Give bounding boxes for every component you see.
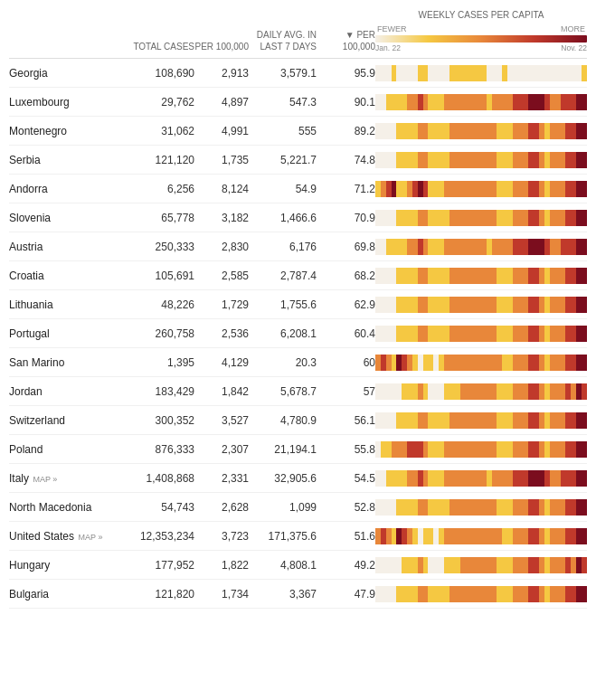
per-100k: 2,913 [194,67,249,80]
table-row: Slovenia65,7783,1821,466.670.9 [9,203,587,232]
country-name: Italy MAP » [9,472,127,485]
per-100k: 2,585 [194,270,249,282]
weekly-chart [375,297,587,313]
table-row: Hungary177,9521,8224,808.149.2 [9,551,587,580]
header-per100k2: ▼ PER 100,000 [317,29,375,52]
heatmap-strip [375,94,587,110]
per-100k-weekly: 60 [317,356,375,369]
header-gradient-bar [375,35,587,43]
country-name: United States MAP » [9,530,127,543]
per-100k-weekly: 47.9 [317,588,375,601]
country-name: Andorra [9,183,127,195]
map-link[interactable]: MAP » [76,533,102,542]
per-100k-weekly: 95.9 [317,67,375,80]
daily-avg: 5,221.7 [249,154,317,166]
heatmap-segment [582,297,587,313]
per-100k-weekly: 71.2 [317,183,375,195]
total-cases: 48,226 [127,298,194,311]
country-name: Austria [9,241,127,253]
weekly-chart [375,528,587,544]
daily-avg: 32,905.6 [249,472,317,485]
country-name: Georgia [9,67,127,80]
weekly-chart [375,152,587,168]
heatmap-strip [375,470,587,487]
heatmap-strip [375,441,587,458]
table-row: Italy MAP »1,408,8682,33132,905.654.5 [9,464,587,493]
heatmap-segment [582,268,587,284]
table-row: North Macedonia54,7432,6281,09952.8 [9,493,587,522]
daily-avg: 4,808.1 [249,559,317,572]
country-name: Hungary [9,559,127,572]
daily-avg: 1,466.6 [249,212,317,224]
heatmap-strip [375,152,587,168]
header-per100k: PER 100,000 [194,41,249,52]
table-row: Bulgaria121,8201,7343,36747.9 [9,580,587,609]
total-cases: 6,256 [127,183,194,195]
country-name: Croatia [9,270,127,282]
table-row: Luxembourg29,7624,897547.390.1 [9,88,587,117]
daily-avg: 3,367 [249,588,317,601]
weekly-chart [375,412,587,429]
weekly-chart [375,65,587,81]
weekly-chart [375,94,587,110]
weekly-chart [375,383,587,400]
country-name: Slovenia [9,212,127,224]
table-row: Austria250,3332,8306,17669.8 [9,232,587,261]
arrow-indicator: ▼ PER [317,29,375,41]
heatmap-segment [582,528,587,544]
per-100k-weekly: 52.8 [317,501,375,514]
heatmap-segment [582,239,587,255]
total-cases: 105,691 [127,270,194,282]
heatmap-strip [375,210,587,226]
table-row: United States MAP »12,353,2343,723171,37… [9,522,587,551]
daily-avg: 171,375.6 [249,530,317,543]
table-row: Lithuania48,2261,7291,755.662.9 [9,290,587,319]
weekly-cases-header: WEEKLY CASES PER CAPITA [375,9,587,21]
per-100k: 2,536 [194,327,249,340]
per-100k-weekly: 70.9 [317,212,375,224]
per-100k-weekly: 51.6 [317,530,375,543]
per-100k-weekly: 55.8 [317,443,375,456]
weekly-chart [375,239,587,255]
table-header: TOTAL CASES PER 100,000 DAILY AVG. IN LA… [9,9,587,59]
per-100k-weekly: 56.1 [317,414,375,427]
country-name: Portugal [9,327,127,340]
heatmap-strip [375,181,587,197]
per-100k-weekly: 57 [317,385,375,398]
map-link[interactable]: MAP » [31,475,57,484]
total-cases: 121,120 [127,154,194,166]
chart-date-range: Jan. 22 Nov. 22 [375,43,587,52]
total-cases: 65,778 [127,212,194,224]
per-100k: 2,628 [194,501,249,514]
country-name: Luxembourg [9,96,127,109]
per-100k: 1,734 [194,588,249,601]
total-cases: 260,758 [127,327,194,340]
per-100k: 1,842 [194,385,249,398]
per-100k-weekly: 74.8 [317,154,375,166]
per-100k: 2,830 [194,241,249,253]
weekly-chart [375,586,587,602]
table-row: Switzerland300,3523,5274,780.956.1 [9,406,587,435]
heatmap-strip [375,586,587,602]
per-100k-weekly: 69.8 [317,241,375,253]
heatmap-segment [582,181,587,197]
daily-avg: 6,176 [249,241,317,253]
weekly-chart [375,268,587,284]
per-100k-weekly: 89.2 [317,125,375,137]
heatmap-segment [582,499,587,516]
heatmap-segment [582,65,587,81]
heatmap-segment [582,326,587,342]
weekly-chart [375,441,587,458]
daily-avg: 547.3 [249,96,317,109]
table-row: Georgia108,6902,9133,579.195.9 [9,59,587,88]
header-daily-avg: DAILY AVG. IN LAST 7 DAYS [249,29,317,52]
per-100k: 4,129 [194,356,249,369]
table-body: Georgia108,6902,9133,579.195.9Luxembourg… [9,59,587,609]
daily-avg: 2,787.4 [249,270,317,282]
country-name: Bulgaria [9,588,127,601]
per-100k-weekly: 90.1 [317,96,375,109]
daily-avg: 20.3 [249,356,317,369]
country-name: Poland [9,443,127,456]
daily-avg: 555 [249,125,317,137]
heatmap-segment [582,94,587,110]
